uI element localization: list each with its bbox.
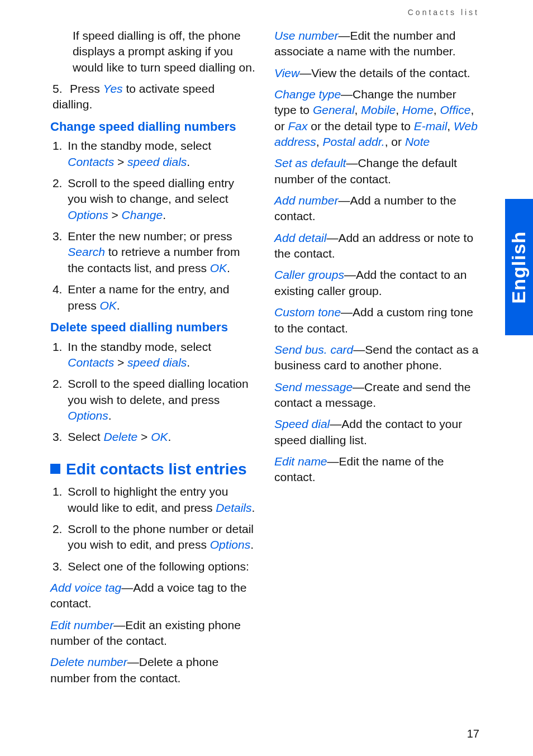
opt-edit-number: Edit number—Edit an existing phone numbe… [50,617,255,649]
contacts-link[interactable]: Contacts [68,356,114,369]
change-step-3: Enter the new number; or press Search to… [65,229,255,276]
delete-step-1: In the standby mode, select Contacts > s… [65,339,255,371]
mobile-link[interactable]: Mobile [361,103,396,116]
opt-send-message: Send message—Create and send the contact… [274,379,479,411]
change-type-link[interactable]: Change type [274,88,341,101]
opt-use-number: Use number—Edit the number and associate… [274,28,479,60]
send-message-link[interactable]: Send message [274,381,353,393]
change-link[interactable]: Change [122,208,163,221]
change-step-4: Enter a name for the entry, and press OK… [65,282,255,313]
heading-edit-contacts-row: Edit contacts list entries [50,459,255,480]
opt-edit-name: Edit name—Edit the name of the contact. [274,454,479,486]
custom-tone-link[interactable]: Custom tone [274,306,341,318]
ok-link[interactable]: OK [151,430,168,443]
set-as-default-link[interactable]: Set as default [274,156,346,169]
opt-add-detail: Add detail—Add an address or note to the… [274,230,479,262]
ok-link[interactable]: OK [99,299,116,312]
opt-add-voice-tag: Add voice tag—Add a voice tag to the con… [50,580,255,612]
caller-groups-link[interactable]: Caller groups [274,268,344,281]
options-link[interactable]: Options [210,538,250,551]
note-link[interactable]: Note [405,135,430,148]
opt-delete-number: Delete number—Delete a phone number from… [50,654,255,686]
general-link[interactable]: General [313,103,355,116]
opt-caller-groups: Caller groups—Add the contact to an exis… [274,267,479,299]
opt-change-type: Change type—Change the number type to Ge… [274,87,479,150]
options-link[interactable]: Options [68,208,108,221]
postal-addr-link[interactable]: Postal addr. [322,135,384,148]
use-number-link[interactable]: Use number [274,29,338,42]
opt-speed-dial: Speed dial—Add the contact to your speed… [274,416,479,448]
opt-send-bus-card: Send bus. card—Send the contact as a bus… [274,342,479,374]
add-detail-link[interactable]: Add detail [274,231,326,244]
office-link[interactable]: Office [440,103,471,116]
yes-link[interactable]: Yes [103,82,123,95]
opt-add-number: Add number—Add a number to the contact. [274,193,479,225]
speed-dials-link[interactable]: speed dials [127,356,187,369]
speed-dial-link[interactable]: Speed dial [274,417,330,430]
edit-number-link[interactable]: Edit number [50,619,113,631]
speed-dials-link[interactable]: speed dials [127,155,187,168]
contacts-link[interactable]: Contacts [68,155,114,168]
opt-view: View—View the details of the contact. [274,65,479,81]
delete-step-2: Scroll to the speed dialling location yo… [65,376,255,424]
manual-page: Contacts list English If speed dialling … [0,0,533,756]
language-tab: English [505,199,533,335]
language-tab-label: English [508,231,530,303]
heading-delete-speed-dialling: Delete speed dialling numbers [50,319,255,336]
search-link[interactable]: Search [68,245,105,258]
speed-off-note: If speed dialling is off, the phone disp… [73,28,255,75]
fax-link[interactable]: Fax [288,120,308,132]
edit-name-link[interactable]: Edit name [274,455,327,468]
opt-custom-tone: Custom tone—Add a custom ring tone to th… [274,305,479,336]
delete-step-3: Select Delete > OK. [65,429,255,445]
details-link[interactable]: Details [216,501,251,514]
edit-step-1: Scroll to highlight the entry you would … [65,484,255,516]
send-bus-card-link[interactable]: Send bus. card [274,343,353,356]
change-step-2: Scroll to the speed dialling entry you w… [65,175,255,223]
edit-step-2: Scroll to the phone number or detail you… [65,521,255,553]
body-columns: If speed dialling is off, the phone disp… [50,28,479,717]
edit-step-3: Select one of the following options: [65,559,255,574]
change-step-1: In the standby mode, select Contacts > s… [65,138,255,170]
step-5-activate: 5. Press Yes to activate speed dialling. [50,81,255,113]
opt-set-default: Set as default—Change the default number… [274,155,479,187]
add-voice-tag-link[interactable]: Add voice tag [50,581,121,594]
running-header: Contacts list [408,8,479,17]
view-link[interactable]: View [274,66,299,79]
page-number: 17 [467,728,479,740]
heading-edit-contacts: Edit contacts list entries [66,459,247,480]
delete-link[interactable]: Delete [104,430,138,443]
options-link[interactable]: Options [68,409,108,422]
heading-change-speed-dialling: Change speed dialling numbers [50,118,255,135]
add-number-link[interactable]: Add number [274,194,338,207]
ok-link[interactable]: OK [210,261,227,274]
email-link[interactable]: E-mail [414,120,448,132]
heading-bullet-icon [50,464,60,474]
home-link[interactable]: Home [402,103,434,116]
delete-number-link[interactable]: Delete number [50,655,127,668]
